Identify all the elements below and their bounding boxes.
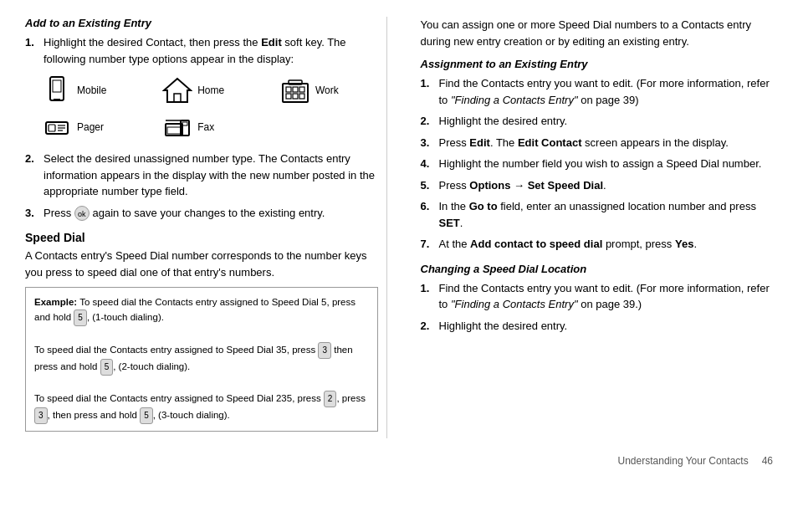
assignment-step-7: 7. At the Add contact to speed dial prom… <box>421 236 774 253</box>
svg-rect-1 <box>54 99 60 100</box>
key-5c: 5 <box>140 407 153 424</box>
assign-step-4-text: Highlight the number field you wish to a… <box>439 156 762 172</box>
home-label: Home <box>197 84 224 96</box>
fax-label: Fax <box>197 121 214 133</box>
assign-step-3-num: 3. <box>421 135 434 151</box>
step-2: 2. Select the desired unassigned number … <box>25 151 378 200</box>
right-intro: You can assign one or more Speed Dial nu… <box>421 17 774 49</box>
svg-rect-2 <box>53 80 61 92</box>
svg-rect-8 <box>299 87 304 92</box>
mobile-label: Mobile <box>77 84 106 96</box>
assignment-step-1: 1. Find the Contacts entry you want to e… <box>421 75 774 108</box>
assignment-step-6: 6. In the Go to field, enter an unassign… <box>421 198 774 231</box>
svg-rect-6 <box>286 87 291 92</box>
step-3-text: Press ok again to save your changes to t… <box>43 205 325 222</box>
work-icon <box>280 75 310 105</box>
mobile-icon <box>42 75 72 105</box>
assign-step-3-text: Press Edit. The Edit Contact screen appe… <box>439 135 729 151</box>
assign-step-1-num: 1. <box>421 75 434 108</box>
key-3b: 3 <box>34 407 48 424</box>
assignment-step-5: 5. Press Options → Set Speed Dial. <box>421 177 774 194</box>
svg-rect-11 <box>299 94 304 99</box>
right-column: You can assign one or more Speed Dial nu… <box>412 17 774 438</box>
svg-rect-4 <box>174 94 181 102</box>
fax-icon <box>162 112 192 142</box>
example-line-1: To speed dial the Contacts entry assigne… <box>34 297 356 322</box>
add-entry-title: Add to an Existing Entry <box>25 17 378 29</box>
speed-dial-intro: A Contacts entry's Speed Dial number cor… <box>25 248 378 280</box>
assign-step-2-num: 2. <box>421 113 434 130</box>
key-2: 2 <box>324 391 337 407</box>
example-line-3: To speed dial the Contacts entry assigne… <box>34 393 366 420</box>
footer-label: Understanding Your Contacts <box>618 455 749 467</box>
mobile-icon-item: Mobile <box>42 75 146 105</box>
key-3: 3 <box>318 342 331 359</box>
changing-step-2: 2. Highlight the desired entry. <box>421 318 774 335</box>
changing-step-2-text: Highlight the desired entry. <box>439 318 568 335</box>
assign-step-6-text: In the Go to field, enter an unassigned … <box>439 198 774 231</box>
assign-step-5-num: 5. <box>421 177 434 194</box>
assignment-step-2: 2. Highlight the desired entry. <box>421 113 774 130</box>
svg-marker-3 <box>164 79 191 102</box>
ok-button-icon: ok <box>74 206 90 221</box>
step-2-text: Select the desired unassigned number typ… <box>43 151 378 200</box>
assign-step-7-num: 7. <box>421 236 434 253</box>
example-label: Example: <box>34 297 77 307</box>
footer: Understanding Your Contacts 46 <box>25 455 773 467</box>
work-label: Work <box>315 84 339 96</box>
svg-rect-12 <box>289 80 302 84</box>
assign-step-1-text: Find the Contacts entry you want to edit… <box>439 75 774 108</box>
home-icon <box>162 75 192 105</box>
svg-rect-10 <box>293 94 298 99</box>
assign-step-6-num: 6. <box>421 198 434 231</box>
left-column: Add to an Existing Entry 1. Highlight th… <box>25 17 387 438</box>
assign-step-7-text: At the Add contact to speed dial prompt,… <box>439 236 698 253</box>
assign-step-5-text: Press Options → Set Speed Dial. <box>439 177 606 194</box>
pager-icon-item: Pager <box>42 112 146 142</box>
changing-step-1-text: Find the Contacts entry you want to edit… <box>439 280 774 313</box>
key-5: 5 <box>74 309 87 326</box>
step-3: 3. Press ok again to save your changes t… <box>25 205 378 222</box>
step-3-num: 3. <box>25 205 38 222</box>
assign-step-4-num: 4. <box>421 156 434 172</box>
changing-step-1-num: 1. <box>421 280 434 313</box>
pager-icon <box>42 112 72 142</box>
changing-step-2-num: 2. <box>421 318 434 335</box>
key-5b: 5 <box>100 359 114 376</box>
assignment-title: Assignment to an Existing Entry <box>421 58 774 70</box>
svg-rect-9 <box>286 94 291 99</box>
example-line-2: To speed dial the Contacts entry assigne… <box>34 345 353 371</box>
assign-step-2-text: Highlight the desired entry. <box>439 113 568 130</box>
step-2-num: 2. <box>25 151 38 200</box>
fax-icon-item: Fax <box>162 112 263 142</box>
page-number: 46 <box>762 455 773 467</box>
assignment-step-4: 4. Highlight the number field you wish t… <box>421 156 774 172</box>
svg-rect-19 <box>167 127 181 134</box>
step-1-text: Highlight the desired Contact, then pres… <box>43 34 378 67</box>
svg-rect-5 <box>283 84 308 102</box>
assignment-step-3: 3. Press Edit. The Edit Contact screen a… <box>421 135 774 151</box>
changing-step-1: 1. Find the Contacts entry you want to e… <box>421 280 774 313</box>
home-icon-item: Home <box>162 75 263 105</box>
number-type-icons: Mobile Home <box>42 75 378 142</box>
pager-label: Pager <box>77 121 104 133</box>
example-box: Example: To speed dial the Contacts entr… <box>25 287 378 432</box>
speed-dial-title: Speed Dial <box>25 231 378 244</box>
work-icon-item: Work <box>280 75 378 105</box>
step-1-num: 1. <box>25 34 38 67</box>
svg-rect-7 <box>293 87 298 92</box>
step-1: 1. Highlight the desired Contact, then p… <box>25 34 378 67</box>
changing-title: Changing a Speed Dial Location <box>421 263 774 275</box>
svg-rect-14 <box>49 125 55 131</box>
